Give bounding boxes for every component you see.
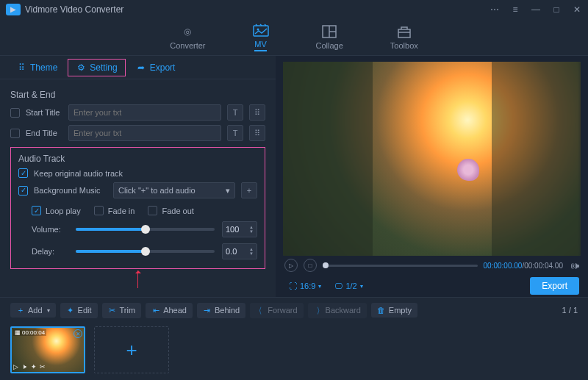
start-title-checkbox[interactable] bbox=[10, 108, 20, 118]
feedback-icon[interactable]: ⋯ bbox=[490, 4, 500, 15]
stop-button[interactable]: □ bbox=[304, 259, 317, 272]
volume-label: Volume: bbox=[32, 225, 68, 234]
volume-input[interactable]: 100 ▲▼ bbox=[222, 221, 257, 237]
chevron-down-icon: ▾ bbox=[318, 283, 321, 290]
converter-icon: ◎ bbox=[179, 24, 196, 39]
wand-icon: ✦ bbox=[66, 306, 75, 315]
behind-icon: ⇥ bbox=[203, 306, 212, 315]
titlebar-controls: ⋯ ≡ — □ ✕ bbox=[490, 4, 582, 15]
fadeout-label: Fade out bbox=[162, 207, 193, 215]
scale-dropdown[interactable]: 🖵 1/2 ▾ bbox=[330, 279, 367, 293]
thumb-play-icon[interactable]: ▷ bbox=[13, 363, 18, 370]
thumb-edit-icon[interactable]: ✦ bbox=[31, 363, 37, 370]
timecode: 00:00:00.00/00:00:04.00 bbox=[484, 262, 563, 270]
backward-label: Backward bbox=[326, 306, 361, 315]
start-title-shadow-button[interactable]: ⠿ bbox=[249, 104, 265, 121]
audio-track-section: Audio Track Keep original audio track Ba… bbox=[10, 147, 265, 269]
collage-icon bbox=[321, 24, 337, 39]
end-title-font-button[interactable]: T bbox=[227, 125, 243, 141]
empty-label: Empty bbox=[389, 306, 412, 315]
volume-spinner[interactable]: ▲▼ bbox=[249, 225, 254, 234]
edit-button[interactable]: ✦Edit bbox=[60, 303, 98, 318]
subtab-setting-label: Setting bbox=[90, 62, 117, 73]
play-button[interactable]: ▷ bbox=[284, 259, 298, 272]
preview-content bbox=[457, 159, 479, 181]
subtab-export-label: Export bbox=[150, 62, 176, 73]
aspect-label: 16:9 bbox=[300, 282, 315, 290]
tab-toolbox[interactable]: Toolbox bbox=[384, 21, 424, 53]
volume-slider[interactable] bbox=[76, 228, 215, 231]
playback-options: Loop play Fade in Fade out bbox=[32, 206, 257, 215]
bg-music-dropdown[interactable]: Click "+" to add audio ▾ bbox=[113, 182, 235, 198]
minimize-icon[interactable]: — bbox=[531, 4, 541, 15]
clip-thumbnail[interactable]: ▦00:00:04 ✕ ▷ 🕨 ✦ ✂ bbox=[10, 326, 85, 373]
add-button[interactable]: +Add▾ bbox=[10, 303, 56, 318]
bottom-bar: +Add▾ ✦Edit ✂Trim ⇤Ahead ⇥Behind ⟨Forwar… bbox=[0, 297, 588, 380]
player-bar: ▷ □ 00:00:00.00/00:00:04.00 🕪 bbox=[283, 256, 581, 275]
tab-mv[interactable]: MV bbox=[247, 20, 275, 54]
start-title-input[interactable] bbox=[68, 104, 221, 121]
tab-converter-label: Converter bbox=[170, 41, 205, 50]
delay-input[interactable]: 0.0 ▲▼ bbox=[222, 243, 257, 259]
start-title-row: Start Title T ⠿ bbox=[10, 104, 265, 121]
forward-label: Forward bbox=[268, 306, 297, 315]
subtab-export[interactable]: ➦ Export bbox=[129, 60, 183, 76]
end-title-checkbox[interactable] bbox=[10, 129, 20, 138]
subtab-theme-label: Theme bbox=[30, 62, 57, 73]
time-current: 00:00:00.00 bbox=[484, 262, 523, 270]
export-button[interactable]: Export bbox=[530, 277, 579, 295]
loop-checkbox[interactable] bbox=[32, 206, 41, 215]
empty-button[interactable]: 🗑Empty bbox=[371, 303, 417, 318]
aspect-icon: ⛶ bbox=[289, 282, 297, 290]
thumb-mute-icon[interactable]: 🕨 bbox=[21, 363, 28, 370]
end-title-shadow-button[interactable]: ⠿ bbox=[249, 125, 265, 141]
loop-label: Loop play bbox=[46, 207, 81, 215]
subtab-setting[interactable]: ⚙ Setting bbox=[68, 59, 125, 76]
toolbox-icon bbox=[396, 24, 412, 39]
tab-collage[interactable]: Collage bbox=[310, 21, 349, 53]
tab-converter[interactable]: ◎ Converter bbox=[164, 21, 211, 53]
sub-tabs: ⠿ Theme ⚙ Setting ➦ Export bbox=[0, 56, 276, 79]
time-total: /00:00:04.00 bbox=[522, 262, 563, 270]
right-panel: ▷ □ 00:00:00.00/00:00:04.00 🕪 ⛶ 16:9 ▾ 🖵 bbox=[276, 56, 588, 297]
volume-icon[interactable]: 🕪 bbox=[569, 260, 579, 270]
backward-button[interactable]: ⟩Backward bbox=[308, 303, 367, 318]
keep-original-checkbox[interactable] bbox=[18, 168, 28, 178]
add-clip-button[interactable]: + bbox=[94, 326, 169, 373]
start-title-label: Start Title bbox=[26, 108, 62, 117]
monitor-icon: 🖵 bbox=[334, 282, 343, 290]
fadeout-checkbox[interactable] bbox=[148, 206, 157, 215]
page-indicator: 1 / 1 bbox=[562, 306, 578, 315]
trim-button[interactable]: ✂Trim bbox=[102, 303, 142, 318]
maximize-icon[interactable]: □ bbox=[551, 4, 562, 15]
action-bar: +Add▾ ✦Edit ✂Trim ⇤Ahead ⇥Behind ⟨Forwar… bbox=[0, 298, 588, 323]
behind-button[interactable]: ⇥Behind bbox=[197, 303, 245, 318]
titlebar: ▶ Vidmore Video Converter ⋯ ≡ — □ ✕ bbox=[0, 0, 588, 19]
chevron-down-icon: ▾ bbox=[47, 307, 50, 314]
progress-bar[interactable] bbox=[323, 265, 478, 267]
delay-slider[interactable] bbox=[76, 250, 215, 253]
forward-button[interactable]: ⟨Forward bbox=[250, 303, 303, 318]
progress-thumb[interactable] bbox=[323, 262, 329, 268]
app-logo-icon: ▶ bbox=[6, 4, 21, 15]
bg-music-checkbox[interactable] bbox=[18, 186, 28, 196]
menu-icon[interactable]: ≡ bbox=[510, 4, 520, 15]
close-icon[interactable]: ✕ bbox=[572, 4, 582, 15]
thumb-trim-icon[interactable]: ✂ bbox=[40, 363, 46, 370]
end-title-input[interactable] bbox=[68, 125, 221, 141]
forward-icon: ⟨ bbox=[256, 306, 265, 315]
subtab-theme[interactable]: ⠿ Theme bbox=[9, 60, 65, 76]
plus-icon: + bbox=[16, 306, 25, 315]
add-audio-button[interactable]: + bbox=[241, 182, 257, 198]
thumb-close-button[interactable]: ✕ bbox=[74, 329, 82, 338]
backward-icon: ⟩ bbox=[314, 306, 323, 315]
ahead-button[interactable]: ⇤Ahead bbox=[146, 303, 193, 318]
delay-spinner[interactable]: ▲▼ bbox=[249, 247, 254, 256]
aspect-ratio-dropdown[interactable]: ⛶ 16:9 ▾ bbox=[284, 279, 326, 293]
behind-label: Behind bbox=[215, 306, 240, 315]
volume-row: Volume: 100 ▲▼ bbox=[32, 221, 257, 237]
video-preview[interactable] bbox=[283, 62, 581, 256]
content: ⠿ Theme ⚙ Setting ➦ Export Start & End S… bbox=[0, 56, 588, 297]
fadein-checkbox[interactable] bbox=[94, 206, 104, 215]
start-title-font-button[interactable]: T bbox=[227, 104, 243, 121]
